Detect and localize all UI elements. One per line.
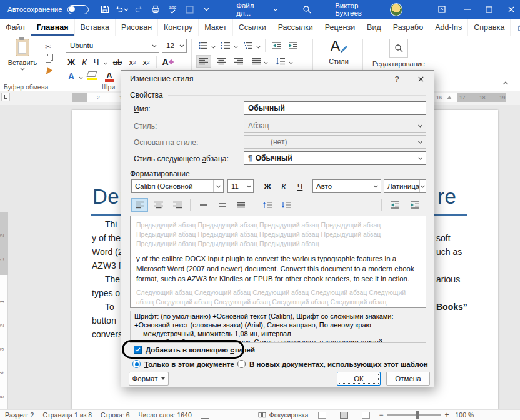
numbering-chevron-icon[interactable] [232, 41, 239, 53]
proofing-status-icon[interactable] [201, 412, 209, 419]
read-mode-icon[interactable] [318, 412, 326, 419]
copy-icon[interactable] [41, 54, 55, 64]
tab-stop-selector[interactable] [1, 92, 10, 101]
styles-group-button[interactable]: А Стили [316, 39, 361, 65]
cut-icon[interactable]: ✂ [41, 41, 55, 52]
format-italic-button[interactable]: К [276, 179, 291, 193]
tab-mailings[interactable]: Рассылки [272, 19, 319, 36]
tab-file[interactable]: Файл [0, 19, 31, 36]
ok-button[interactable]: ОК [337, 372, 381, 386]
collapse-ribbon-icon[interactable] [502, 76, 509, 88]
format-painter-icon[interactable] [41, 66, 55, 77]
para-align-center-button[interactable] [150, 198, 167, 212]
zoom-slider[interactable] [387, 414, 441, 416]
tab-developer[interactable]: Разрабо [388, 19, 429, 36]
paste-button[interactable]: Вставить [6, 39, 39, 80]
subscript-button[interactable]: x2 [126, 56, 139, 68]
status-line[interactable]: Строка: 6 [101, 411, 129, 419]
strikethrough-button[interactable]: ab [111, 56, 124, 68]
share-button[interactable]: Поделиться [511, 21, 520, 34]
touch-mode-icon[interactable] [182, 2, 197, 17]
align-right-button[interactable] [231, 55, 246, 68]
ribbon-display-options-icon[interactable] [432, 0, 451, 19]
decrease-space-after-button[interactable] [278, 198, 294, 212]
format-language-combo[interactable]: Латиница [384, 179, 426, 193]
undo-icon[interactable] [115, 2, 129, 17]
status-page[interactable]: Страница 1 из 8 [42, 411, 92, 419]
dialog-close-icon[interactable] [410, 71, 431, 87]
highlight-color-button[interactable] [88, 71, 99, 80]
avatar[interactable] [390, 3, 402, 16]
dialog-help-button[interactable]: ? [386, 71, 408, 87]
document-title[interactable]: Файл дл... [236, 2, 278, 17]
italic-button[interactable]: К [79, 56, 90, 68]
status-words[interactable]: Число слов: 1640 [139, 411, 192, 419]
text-effects-button[interactable]: А [65, 70, 78, 82]
tab-design[interactable]: Констру [158, 19, 199, 36]
font-name-combo[interactable]: Ubuntu [66, 39, 159, 52]
underline-chevron-icon[interactable] [102, 57, 108, 69]
line-spacing-button[interactable] [274, 55, 288, 68]
format-menu-button[interactable]: Формат [129, 372, 169, 386]
tab-review[interactable]: Рецензи [319, 19, 361, 36]
format-bold-button[interactable]: Ж [260, 179, 275, 193]
tab-draw[interactable]: Рисован [116, 19, 158, 36]
increase-indent-button[interactable] [286, 39, 300, 52]
text-effects-chevron-icon[interactable] [78, 71, 84, 84]
maximize-icon[interactable] [480, 0, 498, 19]
font-color-button[interactable]: А [104, 70, 115, 82]
numbering-button[interactable] [219, 39, 232, 52]
align-left-button[interactable] [196, 55, 211, 68]
multilevel-list-button[interactable] [241, 39, 255, 52]
only-this-document-radio[interactable]: Только в этом документе [132, 360, 234, 368]
para-align-left-button[interactable] [131, 198, 148, 212]
new-documents-radio[interactable]: В новых документах, использующих этот ша… [238, 360, 428, 368]
next-style-combo[interactable]: ¶ Обычный [244, 151, 426, 165]
format-color-combo[interactable]: Авто [312, 179, 381, 193]
status-section[interactable]: Раздел: 2 [5, 411, 34, 419]
justify-button[interactable] [249, 55, 264, 68]
dialog-increase-indent-button[interactable] [406, 198, 423, 212]
dialog-decrease-indent-button[interactable] [386, 198, 403, 212]
tab-home[interactable]: Главная [31, 19, 75, 36]
clear-formatting-button[interactable]: А [160, 56, 175, 68]
double-spacing-button[interactable] [232, 198, 249, 212]
decrease-indent-button[interactable] [270, 39, 284, 52]
editing-group-button[interactable]: Редактирование [366, 39, 431, 68]
print-layout-icon[interactable] [340, 412, 348, 419]
style-name-input[interactable]: Обычный [244, 101, 426, 115]
tab-references[interactable]: Ссылки [233, 19, 272, 36]
print-icon[interactable] [149, 2, 163, 17]
justify-chevron-icon[interactable] [262, 56, 269, 69]
tab-view[interactable]: Вид [361, 19, 388, 36]
tab-layout[interactable]: Макет [199, 19, 232, 36]
font-size-combo[interactable]: 12 [162, 39, 187, 52]
increase-space-before-button[interactable] [259, 198, 276, 212]
spelling-icon[interactable]: abc [166, 2, 180, 17]
minimize-icon[interactable] [458, 0, 476, 19]
zoom-out-icon[interactable]: − [379, 411, 383, 419]
line-spacing-chevron-icon[interactable] [288, 56, 294, 69]
autosave-toggle[interactable] [68, 5, 89, 14]
bullets-chevron-icon[interactable] [210, 41, 216, 53]
focus-mode-button[interactable]: Фокусировка [258, 411, 309, 419]
zoom-knob[interactable] [416, 411, 419, 419]
format-underline-button[interactable]: Ч [292, 179, 308, 193]
vertical-ruler[interactable]: 2 1 1 2 3 4 5 6 7 8 9 10 [0, 212, 8, 420]
multilevel-chevron-icon[interactable] [255, 41, 261, 53]
quick-access-chevron-icon[interactable] [199, 2, 214, 17]
close-window-icon[interactable] [502, 0, 520, 19]
cancel-button[interactable]: Отмена [386, 372, 430, 386]
zoom-in-icon[interactable]: + [444, 411, 449, 419]
bold-button[interactable]: Ж [65, 56, 78, 68]
web-layout-icon[interactable] [362, 412, 370, 419]
tab-help[interactable]: Справка [468, 19, 511, 36]
align-center-button[interactable] [214, 55, 229, 68]
redo-icon[interactable] [132, 2, 146, 17]
search-icon[interactable] [299, 2, 314, 17]
tab-insert[interactable]: Вставка [75, 19, 116, 36]
single-spacing-button[interactable] [195, 198, 212, 212]
underline-button[interactable]: Ч [91, 56, 102, 68]
bullets-button[interactable] [196, 39, 210, 52]
superscript-button[interactable]: x2 [140, 56, 152, 68]
